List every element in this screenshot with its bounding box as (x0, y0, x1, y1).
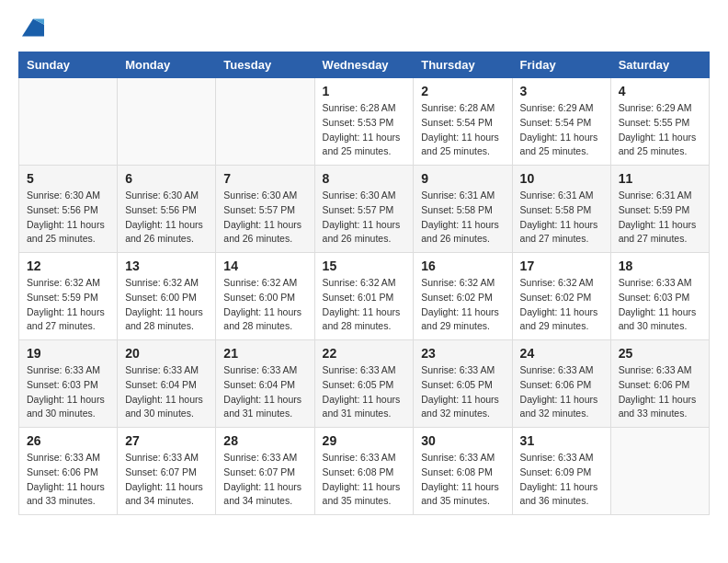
calendar-cell: 22Sunrise: 6:33 AMSunset: 6:05 PMDayligh… (314, 340, 414, 428)
calendar-body: 1Sunrise: 6:28 AMSunset: 5:53 PMDaylight… (19, 78, 710, 515)
day-number: 24 (520, 346, 603, 361)
day-number: 25 (619, 346, 701, 361)
day-info: Sunrise: 6:33 AMSunset: 6:04 PMDaylight:… (223, 363, 306, 421)
day-number: 6 (125, 171, 208, 186)
calendar-cell: 2Sunrise: 6:28 AMSunset: 5:54 PMDaylight… (414, 78, 512, 166)
calendar-cell: 24Sunrise: 6:33 AMSunset: 6:06 PMDayligh… (512, 340, 610, 428)
calendar-cell (19, 78, 118, 166)
day-number: 23 (421, 346, 504, 361)
day-number: 11 (619, 171, 701, 186)
day-info: Sunrise: 6:30 AMSunset: 5:56 PMDaylight:… (27, 189, 109, 247)
calendar-cell: 25Sunrise: 6:33 AMSunset: 6:06 PMDayligh… (610, 340, 709, 428)
day-info: Sunrise: 6:32 AMSunset: 6:00 PMDaylight:… (223, 276, 306, 334)
calendar-cell: 5Sunrise: 6:30 AMSunset: 5:56 PMDaylight… (19, 166, 118, 253)
day-number: 4 (619, 84, 701, 98)
calendar-cell: 1Sunrise: 6:28 AMSunset: 5:53 PMDaylight… (314, 78, 414, 166)
day-info: Sunrise: 6:30 AMSunset: 5:56 PMDaylight:… (125, 189, 208, 247)
day-info: Sunrise: 6:33 AMSunset: 6:06 PMDaylight:… (27, 451, 109, 509)
day-info: Sunrise: 6:31 AMSunset: 5:58 PMDaylight:… (520, 189, 603, 247)
day-number: 3 (520, 84, 603, 98)
calendar-cell: 16Sunrise: 6:32 AMSunset: 6:02 PMDayligh… (414, 253, 512, 340)
calendar-cell: 8Sunrise: 6:30 AMSunset: 5:57 PMDaylight… (314, 166, 414, 253)
calendar-cell: 19Sunrise: 6:33 AMSunset: 6:03 PMDayligh… (19, 340, 118, 428)
day-info: Sunrise: 6:30 AMSunset: 5:57 PMDaylight:… (223, 189, 306, 247)
day-info: Sunrise: 6:33 AMSunset: 6:05 PMDaylight:… (421, 363, 504, 421)
day-info: Sunrise: 6:33 AMSunset: 6:04 PMDaylight:… (125, 363, 208, 421)
calendar-cell: 29Sunrise: 6:33 AMSunset: 6:08 PMDayligh… (314, 428, 414, 515)
calendar-cell (610, 428, 709, 515)
calendar-cell (216, 78, 314, 166)
day-number: 27 (125, 433, 208, 448)
calendar-week-4: 19Sunrise: 6:33 AMSunset: 6:03 PMDayligh… (19, 340, 710, 428)
day-number: 28 (223, 433, 306, 448)
calendar-cell: 18Sunrise: 6:33 AMSunset: 6:03 PMDayligh… (610, 253, 709, 340)
page-header (18, 18, 710, 37)
calendar-cell (118, 78, 216, 166)
calendar-cell: 6Sunrise: 6:30 AMSunset: 5:56 PMDaylight… (118, 166, 216, 253)
day-number: 15 (323, 259, 406, 273)
day-number: 18 (619, 259, 701, 273)
calendar: SundayMondayTuesdayWednesdayThursdayFrid… (18, 52, 710, 515)
day-number: 10 (520, 171, 603, 186)
day-number: 13 (125, 259, 208, 273)
day-info: Sunrise: 6:33 AMSunset: 6:03 PMDaylight:… (27, 363, 109, 421)
day-info: Sunrise: 6:33 AMSunset: 6:07 PMDaylight:… (125, 451, 208, 509)
weekday-header-friday: Friday (512, 52, 610, 78)
calendar-cell: 21Sunrise: 6:33 AMSunset: 6:04 PMDayligh… (216, 340, 314, 428)
day-info: Sunrise: 6:33 AMSunset: 6:08 PMDaylight:… (323, 451, 406, 509)
day-number: 21 (223, 346, 306, 361)
day-info: Sunrise: 6:31 AMSunset: 5:59 PMDaylight:… (619, 189, 701, 247)
calendar-week-2: 5Sunrise: 6:30 AMSunset: 5:56 PMDaylight… (19, 166, 710, 253)
day-number: 1 (323, 84, 406, 98)
calendar-cell: 17Sunrise: 6:32 AMSunset: 6:02 PMDayligh… (512, 253, 610, 340)
day-number: 17 (520, 259, 603, 273)
day-number: 26 (27, 433, 109, 448)
calendar-cell: 10Sunrise: 6:31 AMSunset: 5:58 PMDayligh… (512, 166, 610, 253)
day-info: Sunrise: 6:33 AMSunset: 6:06 PMDaylight:… (520, 363, 603, 421)
calendar-week-3: 12Sunrise: 6:32 AMSunset: 5:59 PMDayligh… (19, 253, 710, 340)
weekday-header-sunday: Sunday (19, 52, 118, 78)
day-number: 2 (421, 84, 504, 98)
weekday-header-wednesday: Wednesday (314, 52, 414, 78)
day-number: 7 (223, 171, 306, 186)
calendar-cell: 20Sunrise: 6:33 AMSunset: 6:04 PMDayligh… (118, 340, 216, 428)
weekday-header-saturday: Saturday (610, 52, 709, 78)
day-number: 12 (27, 259, 109, 273)
day-info: Sunrise: 6:32 AMSunset: 6:02 PMDaylight:… (421, 276, 504, 334)
day-info: Sunrise: 6:32 AMSunset: 6:01 PMDaylight:… (323, 276, 406, 334)
day-info: Sunrise: 6:32 AMSunset: 5:59 PMDaylight:… (27, 276, 109, 334)
weekday-header-monday: Monday (118, 52, 216, 78)
day-info: Sunrise: 6:33 AMSunset: 6:06 PMDaylight:… (619, 363, 701, 421)
weekday-header-tuesday: Tuesday (216, 52, 314, 78)
day-info: Sunrise: 6:32 AMSunset: 6:00 PMDaylight:… (125, 276, 208, 334)
calendar-cell: 7Sunrise: 6:30 AMSunset: 5:57 PMDaylight… (216, 166, 314, 253)
day-number: 9 (421, 171, 504, 186)
day-number: 8 (323, 171, 406, 186)
day-number: 22 (323, 346, 406, 361)
calendar-cell: 31Sunrise: 6:33 AMSunset: 6:09 PMDayligh… (512, 428, 610, 515)
day-info: Sunrise: 6:33 AMSunset: 6:08 PMDaylight:… (421, 451, 504, 509)
day-info: Sunrise: 6:33 AMSunset: 6:03 PMDaylight:… (619, 276, 701, 334)
day-info: Sunrise: 6:28 AMSunset: 5:54 PMDaylight:… (421, 101, 504, 159)
calendar-cell: 23Sunrise: 6:33 AMSunset: 6:05 PMDayligh… (414, 340, 512, 428)
day-info: Sunrise: 6:33 AMSunset: 6:07 PMDaylight:… (223, 451, 306, 509)
calendar-cell: 3Sunrise: 6:29 AMSunset: 5:54 PMDaylight… (512, 78, 610, 166)
calendar-week-1: 1Sunrise: 6:28 AMSunset: 5:53 PMDaylight… (19, 78, 710, 166)
calendar-cell: 12Sunrise: 6:32 AMSunset: 5:59 PMDayligh… (19, 253, 118, 340)
day-number: 29 (323, 433, 406, 448)
calendar-week-5: 26Sunrise: 6:33 AMSunset: 6:06 PMDayligh… (19, 428, 710, 515)
calendar-cell: 26Sunrise: 6:33 AMSunset: 6:06 PMDayligh… (19, 428, 118, 515)
day-info: Sunrise: 6:29 AMSunset: 5:55 PMDaylight:… (619, 101, 701, 159)
day-number: 31 (520, 433, 603, 448)
day-number: 14 (223, 259, 306, 273)
calendar-cell: 9Sunrise: 6:31 AMSunset: 5:58 PMDaylight… (414, 166, 512, 253)
calendar-cell: 15Sunrise: 6:32 AMSunset: 6:01 PMDayligh… (314, 253, 414, 340)
day-number: 20 (125, 346, 208, 361)
day-info: Sunrise: 6:31 AMSunset: 5:58 PMDaylight:… (421, 189, 504, 247)
day-info: Sunrise: 6:28 AMSunset: 5:53 PMDaylight:… (323, 101, 406, 159)
calendar-cell: 28Sunrise: 6:33 AMSunset: 6:07 PMDayligh… (216, 428, 314, 515)
day-number: 19 (27, 346, 109, 361)
calendar-header-row: SundayMondayTuesdayWednesdayThursdayFrid… (19, 52, 710, 78)
day-number: 5 (27, 171, 109, 186)
calendar-cell: 30Sunrise: 6:33 AMSunset: 6:08 PMDayligh… (414, 428, 512, 515)
